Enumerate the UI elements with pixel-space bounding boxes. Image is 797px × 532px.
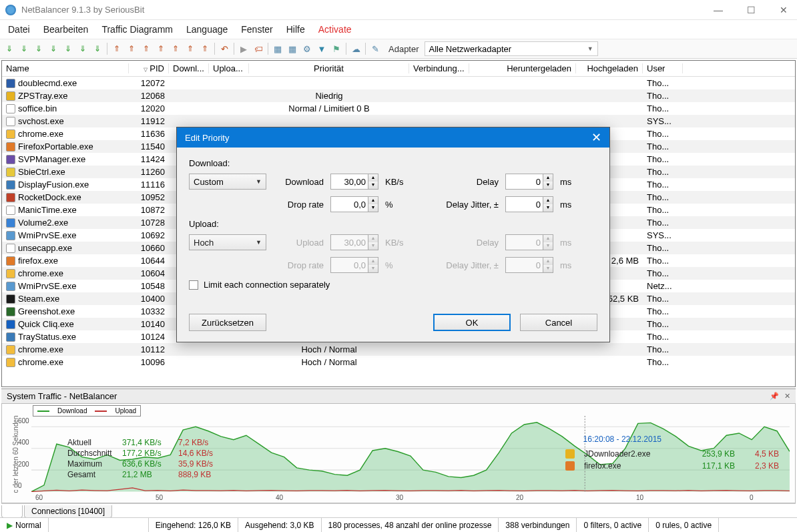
tb-dl-high-icon[interactable]: ⇓	[32, 42, 45, 55]
status-rules: 0 rules, 0 active	[649, 518, 719, 532]
tb-ul-block-icon[interactable]: ⇑	[154, 42, 168, 55]
dialog-title: Edit Priority	[185, 133, 229, 143]
chart-legend: Download Upload	[33, 405, 141, 417]
reset-button[interactable]: Zurücksetzen	[189, 314, 266, 331]
tb-rule-icon[interactable]: ⚑	[330, 42, 343, 55]
status-outgoing: Ausgehend: 3,0 KB	[238, 518, 321, 532]
bottom-tabs: Connections [10400]	[1, 503, 796, 518]
menu-help[interactable]: Hilfe	[286, 24, 305, 35]
table-row[interactable]: chrome.exe10096Hoch / NormalTho...	[2, 356, 795, 368]
tab-blank[interactable]	[1, 505, 23, 518]
tb-dl-limit-icon[interactable]: ⇓	[76, 42, 89, 55]
tb-filter-icon[interactable]: ▼	[315, 42, 328, 55]
upload-section-label: Upload:	[189, 219, 597, 229]
tb-dl-ignore-icon[interactable]: ⇓	[61, 42, 75, 55]
table-header: Name ▽ PID Downl... Uploa... Priorität V…	[2, 61, 795, 77]
table-row[interactable]: ZPSTray.exe12068NiedrigTho...	[2, 89, 795, 102]
table-row[interactable]: soffice.bin12020Normal / Limitiert 0 BTh…	[2, 102, 795, 115]
tb-ul-normal-icon[interactable]: ⇑	[125, 42, 138, 55]
menu-window[interactable]: Fenster	[241, 24, 272, 35]
close-button[interactable]: ✕	[776, 5, 792, 15]
dialog-close-icon[interactable]: ✕	[591, 130, 601, 145]
menu-file[interactable]: Datei	[8, 24, 30, 35]
tb-ul-drop-icon[interactable]: ⇑	[198, 42, 212, 55]
tb-cloud-icon[interactable]: ☁	[349, 42, 362, 55]
tb-ul-ignore-icon[interactable]: ⇑	[169, 42, 182, 55]
chevron-down-icon: ▼	[587, 45, 593, 52]
cancel-button[interactable]: Cancel	[520, 314, 597, 331]
ok-button[interactable]: OK	[433, 314, 511, 331]
status-connections: 388 verbindungen	[499, 518, 577, 532]
tb-play-icon[interactable]: ▶	[237, 42, 250, 55]
tb-edit-icon[interactable]: ✎	[368, 42, 382, 55]
tb-reset-icon[interactable]: ↶	[218, 42, 231, 55]
menu-activate[interactable]: Activate	[318, 24, 352, 35]
chart-time-tooltip: 16:20:08 - 22.12.2015	[583, 435, 661, 444]
adapter-value: Alle Netzwerkadapter	[429, 44, 512, 54]
col-priority[interactable]: Priorität	[249, 63, 409, 73]
adapter-label: Adapter	[388, 44, 419, 54]
chart-process-overlay: JDownloader2.exe253,9 KB4,5 KBfirefox.ex…	[565, 448, 779, 472]
maximize-button[interactable]: ☐	[743, 5, 760, 15]
col-connections[interactable]: Verbindung...	[409, 63, 469, 73]
traffic-stats: Aktuell371,4 KB/s7,2 KB/s Durchschnitt17…	[67, 437, 213, 480]
legend-upload: Upload	[115, 407, 136, 415]
tab-connections[interactable]: Connections [10400]	[24, 505, 112, 518]
upload-jitter-input: 0▲▼	[505, 257, 553, 273]
tb-stats1-icon[interactable]: ▦	[271, 42, 284, 55]
col-user[interactable]: User	[643, 63, 683, 73]
download-drop-input[interactable]: 0,0▲▼	[330, 196, 378, 212]
toolbar: ⇓ ⇓ ⇓ ⇓ ⇓ ⇓ ⇓ ⇑ ⇑ ⇑ ⇑ ⇑ ⇑ ⇑ ↶ ▶ 🏷 ▦ ▦ ⚙ …	[0, 39, 797, 59]
traffic-panel-header: System Traffic - NetBalancer 📌 ✕	[1, 388, 796, 403]
status-filters: 0 filters, 0 active	[577, 518, 649, 532]
menu-traffic[interactable]: Traffic Diagramm	[101, 24, 173, 35]
status-bar: ▶Normal Eingehend: 126,0 KB Ausgehend: 3…	[0, 517, 797, 532]
menu-bar: Datei Bearbeiten Traffic Diagramm Langua…	[0, 20, 797, 39]
tb-tag-icon[interactable]: 🏷	[252, 42, 265, 55]
col-name[interactable]: Name	[2, 63, 129, 73]
upload-drop-input: 0,0▲▼	[330, 257, 378, 273]
close-panel-icon[interactable]: ✕	[784, 392, 790, 401]
tb-dl-drop-icon[interactable]: ⇓	[91, 42, 104, 55]
col-download-rate[interactable]: Downl...	[169, 63, 209, 73]
minimize-button[interactable]: —	[710, 5, 727, 15]
tb-dl-low-icon[interactable]: ⇓	[3, 42, 16, 55]
download-jitter-input[interactable]: 0▲▼	[505, 196, 553, 212]
traffic-title: System Traffic - NetBalancer	[7, 391, 117, 401]
status-processes: 180 processes, 48 anzahl der online proz…	[322, 518, 499, 532]
dialog-titlebar[interactable]: Edit Priority ✕	[177, 127, 609, 148]
download-rate-input[interactable]: 30,00▲▼	[330, 174, 378, 190]
col-downloaded[interactable]: Heruntergeladen	[469, 63, 576, 73]
tb-ul-limit-icon[interactable]: ⇑	[184, 42, 197, 55]
menu-edit[interactable]: Bearbeiten	[43, 24, 89, 35]
download-section-label: Download:	[189, 158, 597, 168]
tb-ul-low-icon[interactable]: ⇑	[110, 42, 123, 55]
col-uploaded[interactable]: Hochgeladen	[576, 63, 643, 73]
table-row[interactable]: doublecmd.exe12072Tho...	[2, 77, 795, 89]
limit-each-checkbox[interactable]: Limit each connection separately	[189, 280, 597, 290]
tb-dl-block-icon[interactable]: ⇓	[47, 42, 60, 55]
edit-priority-dialog: Edit Priority ✕ Download: Custom▼ Downlo…	[176, 127, 610, 342]
upload-priority-select[interactable]: Hoch▼	[189, 234, 266, 250]
tb-settings-icon[interactable]: ⚙	[300, 42, 314, 55]
menu-language[interactable]: Language	[186, 24, 228, 35]
adapter-select[interactable]: Alle Netzwerkadapter ▼	[425, 41, 598, 56]
col-upload-rate[interactable]: Uploa...	[209, 63, 249, 73]
col-pid[interactable]: ▽ PID	[129, 63, 169, 73]
chevron-down-icon: ▼	[256, 239, 262, 246]
upload-rate-input: 30,00▲▼	[330, 234, 378, 250]
checkbox-icon	[189, 280, 198, 290]
tb-ul-high-icon[interactable]: ⇑	[140, 42, 153, 55]
download-delay-input[interactable]: 0▲▼	[505, 174, 553, 190]
window-titlebar: NetBalancer 9.1.3 by SeriousBit — ☐ ✕	[0, 0, 797, 20]
window-title: NetBalancer 9.1.3 by SeriousBit	[21, 5, 144, 15]
table-row[interactable]: chrome.exe10112Hoch / NormalTho...	[2, 343, 795, 356]
status-mode: ▶Normal	[0, 518, 49, 532]
status-incoming: Eingehend: 126,0 KB	[149, 518, 238, 532]
traffic-chart: c der letzten 60 Sekunden Download Uploa…	[1, 403, 796, 503]
download-priority-select[interactable]: Custom▼	[189, 174, 266, 190]
table-row[interactable]: svchost.exe11912SYS...	[2, 115, 795, 127]
tb-stats2-icon[interactable]: ▦	[286, 42, 299, 55]
tb-dl-normal-icon[interactable]: ⇓	[17, 42, 31, 55]
pin-icon[interactable]: 📌	[770, 392, 779, 401]
